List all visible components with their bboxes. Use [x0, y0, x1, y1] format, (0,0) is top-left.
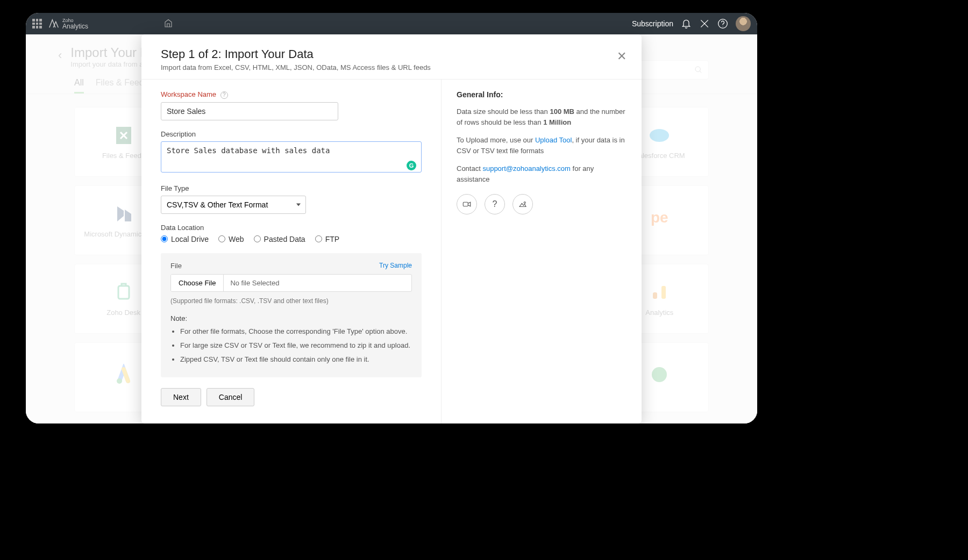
help-icon[interactable]: ? [220, 91, 228, 99]
modal-title: Step 1 of 2: Import Your Data [161, 47, 622, 61]
info-upload-tool: To Upload more, use our Upload Tool, if … [457, 135, 627, 156]
info-heading: General Info: [457, 90, 627, 99]
info-contact: Contact support@zohoanalytics.com for an… [457, 163, 627, 184]
note-item: Zipped CSV, TSV or Text file should cont… [180, 355, 412, 364]
no-file-text: No file Selected [224, 275, 286, 291]
info-size: Data size should be less than 100 MB and… [457, 106, 627, 127]
choose-file-button[interactable]: Choose File [171, 275, 224, 291]
description-textarea[interactable] [161, 141, 422, 173]
svg-point-10 [524, 202, 525, 204]
file-panel: File Try Sample Choose File No file Sele… [161, 253, 422, 378]
modal-subtitle: Import data from Excel, CSV, HTML, XML, … [161, 63, 622, 71]
data-location-label: Data Location [161, 224, 422, 232]
svg-point-0 [718, 19, 728, 28]
building-icon[interactable] [163, 19, 173, 28]
app-header: Zoho Analytics Subscription [26, 13, 757, 34]
workspace-name-label: Workspace Name ? [161, 90, 422, 99]
cancel-button[interactable]: Cancel [207, 388, 255, 406]
file-type-label: File Type [161, 184, 422, 192]
upload-tool-link[interactable]: Upload Tool [535, 136, 572, 144]
radio-web[interactable]: Web [218, 235, 244, 243]
try-sample-link[interactable]: Try Sample [379, 262, 412, 269]
radio-ftp[interactable]: FTP [315, 235, 339, 243]
settings-icon[interactable] [699, 18, 710, 29]
note-item: For other file formats, Choose the corre… [180, 327, 412, 336]
close-icon[interactable]: ✕ [617, 49, 627, 63]
question-icon[interactable]: ? [485, 194, 505, 214]
help-icon[interactable] [717, 18, 728, 29]
user-avatar[interactable] [736, 16, 751, 31]
note-heading: Note: [170, 314, 412, 322]
file-type-select[interactable]: CSV,TSV & Other Text Format [161, 196, 306, 214]
apps-grid-icon[interactable] [32, 19, 42, 28]
image-icon[interactable] [513, 194, 533, 214]
description-label: Description [161, 130, 422, 138]
support-email-link[interactable]: support@zohoanalytics.com [482, 164, 571, 173]
workspace-name-input[interactable] [161, 102, 338, 120]
bell-icon[interactable] [681, 18, 692, 29]
brand-logo[interactable]: Zoho Analytics [48, 18, 88, 30]
video-icon[interactable] [457, 194, 477, 214]
supported-formats: (Supported file formats: .CSV, .TSV and … [170, 297, 412, 305]
subscription-link[interactable]: Subscription [632, 19, 673, 28]
next-button[interactable]: Next [161, 388, 201, 406]
brand-name-bottom: Analytics [62, 23, 88, 30]
import-modal: Step 1 of 2: Import Your Data Import dat… [141, 34, 642, 423]
svg-rect-9 [463, 202, 468, 206]
file-label: File [170, 262, 182, 270]
note-item: For large size CSV or TSV or Text file, … [180, 341, 412, 350]
grammarly-icon[interactable]: G [407, 161, 416, 170]
radio-pasted-data[interactable]: Pasted Data [254, 235, 305, 243]
radio-local-drive[interactable]: Local Drive [161, 235, 209, 243]
